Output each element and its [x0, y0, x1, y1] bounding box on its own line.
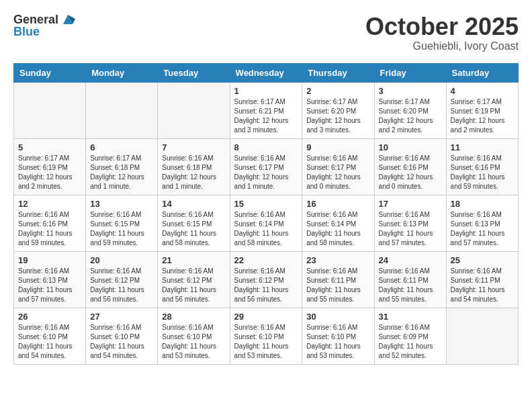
page-header: General Blue October 2025 Guehiebli, Ivo…	[13, 13, 519, 52]
calendar-cell: 8Sunrise: 6:16 AM Sunset: 6:17 PM Daylig…	[230, 138, 302, 195]
day-number: 24	[379, 255, 442, 265]
logo: General Blue	[13, 13, 75, 39]
location-title: Guehiebli, Ivory Coast	[365, 40, 519, 52]
calendar-cell: 29Sunrise: 6:16 AM Sunset: 6:10 PM Dayli…	[230, 308, 302, 364]
day-number: 1	[234, 86, 298, 96]
weekday-header-thursday: Thursday	[302, 63, 374, 82]
calendar-cell	[158, 82, 230, 138]
calendar-cell	[86, 82, 158, 138]
calendar-cell: 10Sunrise: 6:16 AM Sunset: 6:16 PM Dayli…	[374, 138, 446, 195]
day-info: Sunrise: 6:16 AM Sunset: 6:14 PM Dayligh…	[306, 210, 369, 248]
weekday-header-sunday: Sunday	[14, 63, 86, 82]
day-info: Sunrise: 6:16 AM Sunset: 6:11 PM Dayligh…	[306, 267, 369, 304]
calendar-cell: 9Sunrise: 6:16 AM Sunset: 6:17 PM Daylig…	[302, 138, 374, 195]
weekday-header-saturday: Saturday	[446, 63, 518, 82]
weekday-header-monday: Monday	[86, 63, 158, 82]
day-info: Sunrise: 6:16 AM Sunset: 6:13 PM Dayligh…	[451, 210, 514, 248]
day-number: 2	[306, 86, 369, 96]
day-number: 3	[379, 86, 442, 96]
day-number: 17	[379, 199, 442, 209]
day-number: 8	[234, 142, 298, 152]
day-number: 12	[18, 199, 81, 209]
calendar-cell: 3Sunrise: 6:17 AM Sunset: 6:20 PM Daylig…	[374, 82, 446, 138]
logo-blue: Blue	[13, 26, 75, 39]
day-info: Sunrise: 6:16 AM Sunset: 6:18 PM Dayligh…	[162, 154, 225, 191]
calendar-cell: 30Sunrise: 6:16 AM Sunset: 6:10 PM Dayli…	[302, 308, 374, 364]
day-info: Sunrise: 6:17 AM Sunset: 6:19 PM Dayligh…	[451, 97, 514, 135]
day-info: Sunrise: 6:17 AM Sunset: 6:20 PM Dayligh…	[306, 97, 369, 135]
weekday-header-row: SundayMondayTuesdayWednesdayThursdayFrid…	[14, 63, 519, 82]
day-info: Sunrise: 6:16 AM Sunset: 6:10 PM Dayligh…	[90, 323, 153, 361]
day-number: 27	[90, 312, 153, 322]
day-info: Sunrise: 6:16 AM Sunset: 6:13 PM Dayligh…	[18, 267, 81, 304]
calendar-cell: 1Sunrise: 6:17 AM Sunset: 6:21 PM Daylig…	[230, 82, 302, 138]
calendar-cell: 19Sunrise: 6:16 AM Sunset: 6:13 PM Dayli…	[14, 251, 86, 308]
day-info: Sunrise: 6:17 AM Sunset: 6:20 PM Dayligh…	[379, 97, 442, 135]
weekday-header-wednesday: Wednesday	[230, 63, 302, 82]
day-info: Sunrise: 6:16 AM Sunset: 6:10 PM Dayligh…	[306, 323, 369, 361]
day-info: Sunrise: 6:16 AM Sunset: 6:12 PM Dayligh…	[90, 267, 153, 304]
calendar-cell: 15Sunrise: 6:16 AM Sunset: 6:14 PM Dayli…	[230, 195, 302, 251]
calendar-cell: 4Sunrise: 6:17 AM Sunset: 6:19 PM Daylig…	[446, 82, 518, 138]
calendar-week-row: 1Sunrise: 6:17 AM Sunset: 6:21 PM Daylig…	[14, 82, 519, 138]
calendar-cell: 11Sunrise: 6:16 AM Sunset: 6:16 PM Dayli…	[446, 138, 518, 195]
calendar-cell: 20Sunrise: 6:16 AM Sunset: 6:12 PM Dayli…	[86, 251, 158, 308]
day-info: Sunrise: 6:16 AM Sunset: 6:17 PM Dayligh…	[306, 154, 369, 191]
day-info: Sunrise: 6:16 AM Sunset: 6:09 PM Dayligh…	[379, 323, 442, 361]
day-info: Sunrise: 6:16 AM Sunset: 6:16 PM Dayligh…	[451, 154, 514, 191]
calendar-cell: 26Sunrise: 6:16 AM Sunset: 6:10 PM Dayli…	[14, 308, 86, 364]
day-number: 18	[451, 199, 514, 209]
calendar-cell: 31Sunrise: 6:16 AM Sunset: 6:09 PM Dayli…	[374, 308, 446, 364]
day-number: 15	[234, 199, 298, 209]
month-title: October 2025	[365, 13, 519, 40]
weekday-header-tuesday: Tuesday	[158, 63, 230, 82]
calendar-cell: 18Sunrise: 6:16 AM Sunset: 6:13 PM Dayli…	[446, 195, 518, 251]
day-number: 13	[90, 199, 153, 209]
day-info: Sunrise: 6:16 AM Sunset: 6:11 PM Dayligh…	[379, 267, 442, 304]
day-number: 6	[90, 142, 153, 152]
day-number: 7	[162, 142, 225, 152]
calendar-cell: 24Sunrise: 6:16 AM Sunset: 6:11 PM Dayli…	[374, 251, 446, 308]
calendar-week-row: 19Sunrise: 6:16 AM Sunset: 6:13 PM Dayli…	[14, 251, 519, 308]
day-number: 10	[379, 142, 442, 152]
day-info: Sunrise: 6:16 AM Sunset: 6:10 PM Dayligh…	[18, 323, 81, 361]
calendar-cell: 16Sunrise: 6:16 AM Sunset: 6:14 PM Dayli…	[302, 195, 374, 251]
day-info: Sunrise: 6:16 AM Sunset: 6:10 PM Dayligh…	[234, 323, 298, 361]
day-number: 14	[162, 199, 225, 209]
day-number: 19	[18, 255, 81, 265]
day-number: 5	[18, 142, 81, 152]
calendar-cell: 22Sunrise: 6:16 AM Sunset: 6:12 PM Dayli…	[230, 251, 302, 308]
calendar-cell: 13Sunrise: 6:16 AM Sunset: 6:15 PM Dayli…	[86, 195, 158, 251]
calendar-cell: 27Sunrise: 6:16 AM Sunset: 6:10 PM Dayli…	[86, 308, 158, 364]
calendar-cell: 6Sunrise: 6:17 AM Sunset: 6:18 PM Daylig…	[86, 138, 158, 195]
calendar-cell: 28Sunrise: 6:16 AM Sunset: 6:10 PM Dayli…	[158, 308, 230, 364]
calendar-week-row: 5Sunrise: 6:17 AM Sunset: 6:19 PM Daylig…	[14, 138, 519, 195]
weekday-header-friday: Friday	[374, 63, 446, 82]
calendar-cell: 7Sunrise: 6:16 AM Sunset: 6:18 PM Daylig…	[158, 138, 230, 195]
day-number: 28	[162, 312, 225, 322]
calendar-cell	[14, 82, 86, 138]
calendar-cell: 21Sunrise: 6:16 AM Sunset: 6:12 PM Dayli…	[158, 251, 230, 308]
day-number: 9	[306, 142, 369, 152]
calendar-cell: 2Sunrise: 6:17 AM Sunset: 6:20 PM Daylig…	[302, 82, 374, 138]
day-number: 30	[306, 312, 369, 322]
day-info: Sunrise: 6:17 AM Sunset: 6:19 PM Dayligh…	[18, 154, 81, 191]
day-info: Sunrise: 6:16 AM Sunset: 6:10 PM Dayligh…	[162, 323, 225, 361]
calendar-cell: 23Sunrise: 6:16 AM Sunset: 6:11 PM Dayli…	[302, 251, 374, 308]
day-number: 11	[451, 142, 514, 152]
day-number: 23	[306, 255, 369, 265]
day-info: Sunrise: 6:16 AM Sunset: 6:13 PM Dayligh…	[379, 210, 442, 248]
day-number: 26	[18, 312, 81, 322]
day-info: Sunrise: 6:16 AM Sunset: 6:17 PM Dayligh…	[234, 154, 298, 191]
day-info: Sunrise: 6:16 AM Sunset: 6:12 PM Dayligh…	[234, 267, 298, 304]
day-info: Sunrise: 6:16 AM Sunset: 6:12 PM Dayligh…	[162, 267, 225, 304]
day-info: Sunrise: 6:16 AM Sunset: 6:15 PM Dayligh…	[162, 210, 225, 248]
day-info: Sunrise: 6:16 AM Sunset: 6:15 PM Dayligh…	[90, 210, 153, 248]
day-number: 31	[379, 312, 442, 322]
calendar-cell: 25Sunrise: 6:16 AM Sunset: 6:11 PM Dayli…	[446, 251, 518, 308]
day-number: 20	[90, 255, 153, 265]
day-info: Sunrise: 6:16 AM Sunset: 6:11 PM Dayligh…	[451, 267, 514, 304]
calendar-week-row: 12Sunrise: 6:16 AM Sunset: 6:16 PM Dayli…	[14, 195, 519, 251]
day-info: Sunrise: 6:17 AM Sunset: 6:21 PM Dayligh…	[234, 97, 298, 135]
day-number: 25	[451, 255, 514, 265]
